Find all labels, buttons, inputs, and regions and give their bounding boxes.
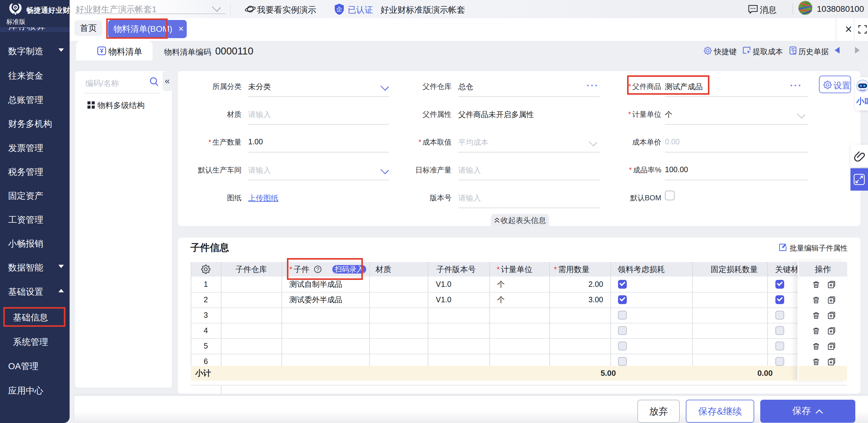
svg-text:企: 企 <box>336 6 342 12</box>
